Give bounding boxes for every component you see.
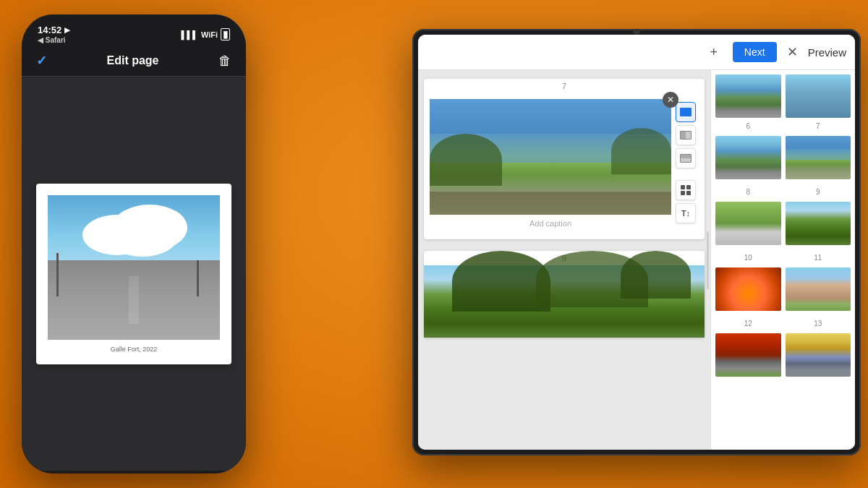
pole-left: [56, 253, 59, 296]
layout-tool-1[interactable]: [676, 102, 696, 122]
preview-item-7: [786, 136, 851, 179]
preview-item-5a: [715, 74, 781, 118]
phone-photo-road: [48, 260, 220, 340]
preview-thumb-8[interactable]: [715, 202, 781, 245]
time-label: 14:52: [38, 25, 61, 35]
preview-row-67: [715, 136, 851, 179]
preview-num-6: 6: [715, 122, 781, 130]
svg-rect-1: [686, 185, 691, 189]
phone-device: 14:52 ▶ ◀ Safari ▌▌▌ WiFi ▮ ✓ Edit page …: [22, 14, 246, 474]
phone-status-left: 14:52 ▶ ◀ Safari: [38, 25, 70, 44]
preview-row-1213: [715, 333, 851, 377]
preview-thumb-6[interactable]: [715, 136, 781, 179]
preview-num-10: 10: [715, 254, 781, 262]
garden-photo-8: [715, 202, 781, 245]
svg-rect-2: [681, 191, 685, 195]
confirm-button[interactable]: ✓: [36, 53, 47, 69]
preview-numbers-row-67: 6 7: [715, 122, 851, 130]
preview-item-5b: [786, 74, 851, 118]
phone-content: Galle Fort, 2022: [22, 77, 246, 471]
bottom-photo-12: [715, 333, 781, 377]
tablet-toolbar: + Next ✕ Preview: [418, 35, 855, 70]
preview-thumb-10[interactable]: [715, 267, 781, 311]
tablet-screen: + Next ✕ Preview 7 ✕: [418, 35, 855, 450]
preview-panel: 6 7: [710, 70, 855, 450]
next-button[interactable]: Next: [733, 42, 777, 62]
preview-item-12: [715, 333, 781, 377]
phone-status-icons: ▌▌▌ WiFi ▮: [181, 28, 230, 40]
page-number-7: 7: [424, 79, 705, 93]
phone-screen: 14:52 ▶ ◀ Safari ▌▌▌ WiFi ▮ ✓ Edit page …: [22, 14, 246, 474]
preview-thumb-9[interactable]: [786, 202, 851, 245]
preview-grid: 6 7: [715, 74, 851, 377]
preview-row-1011: [715, 267, 851, 311]
preview-item-10: [715, 267, 781, 311]
signal-icon: ▌▌▌: [181, 30, 197, 39]
phone-photo: [48, 195, 220, 340]
preview-thumb-11[interactable]: [786, 267, 851, 311]
editor-area: 7 ✕ Add: [418, 70, 710, 450]
tool-spacer: [676, 171, 699, 177]
waterfront-photo-6: [715, 136, 781, 179]
phone-page-card: Galle Fort, 2022: [36, 184, 231, 364]
tree-photo-9: [786, 202, 851, 245]
layout-tool-2[interactable]: [676, 125, 696, 145]
wifi-icon: WiFi: [201, 30, 218, 39]
safari-back-label[interactable]: ◀ Safari: [38, 36, 70, 44]
preview-item-9: [786, 202, 851, 245]
tablet-main: 7 ✕ Add: [418, 70, 855, 450]
page7-content: ✕ Add caption: [424, 93, 705, 239]
page7-photo-area: ✕ Add caption: [430, 99, 671, 234]
resort-photo-11: [786, 267, 851, 311]
caption-area[interactable]: Add caption: [430, 215, 671, 234]
lake-photo: [430, 99, 671, 215]
preview-thumb-5a[interactable]: [715, 74, 781, 118]
svg-rect-3: [686, 191, 691, 195]
page7-photo: [430, 99, 671, 215]
tablet-camera: [633, 29, 640, 35]
photo-close-button[interactable]: ✕: [663, 92, 678, 108]
layout-tool-3[interactable]: [676, 148, 696, 168]
phone-time: 14:52 ▶: [38, 25, 70, 35]
text-tool-button[interactable]: T↕: [676, 203, 696, 223]
page7-tools: T↕: [676, 99, 699, 223]
lake-photo-7: [786, 136, 851, 179]
preview-thumb-5b[interactable]: [786, 74, 851, 118]
svg-rect-0: [681, 185, 685, 189]
preview-num-9: 9: [786, 188, 851, 196]
waterfront-photo: [715, 74, 781, 118]
preview-num-7: 7: [786, 122, 851, 130]
preview-thumb-13[interactable]: [786, 333, 851, 377]
preview-item-11: [786, 267, 851, 311]
location-icon: ▶: [64, 26, 70, 34]
preview-numbers-row-1213: 12 13: [715, 320, 851, 328]
phone-nav-bar: ✓ Edit page 🗑: [22, 47, 246, 77]
battery-icon: ▮: [221, 28, 230, 40]
colorful-photo-13: [786, 333, 851, 377]
scroll-indicator: [707, 231, 709, 289]
preview-thumb-12[interactable]: [715, 333, 781, 377]
preview-num-12: 12: [715, 320, 781, 328]
photo-caption[interactable]: Galle Fort, 2022: [48, 346, 220, 353]
page-title: Edit page: [106, 54, 158, 67]
preview-numbers-row-1011: 10 11: [715, 254, 851, 262]
add-button[interactable]: +: [702, 40, 726, 64]
preview-num-13: 13: [786, 320, 851, 328]
close-button[interactable]: ✕: [784, 41, 801, 63]
layout-icon-button[interactable]: [676, 180, 696, 200]
phone-notch: [90, 14, 177, 35]
delete-button[interactable]: 🗑: [218, 53, 231, 69]
preview-row-89: [715, 202, 851, 245]
preview-label: Preview: [808, 46, 846, 59]
preview-num-8: 8: [715, 188, 781, 196]
sunset-photo-10: [715, 267, 781, 311]
tablet-device: + Next ✕ Preview 7 ✕: [412, 29, 861, 455]
preview-numbers-row-89: 8 9: [715, 188, 851, 196]
phone-photo-cloud: [99, 217, 157, 246]
page-block-9: 9: [424, 251, 705, 338]
page9-photo: [424, 265, 705, 338]
preview-thumb-7[interactable]: [786, 136, 851, 179]
preview-num-11: 11: [786, 254, 851, 262]
tree-canopy-photo: [424, 265, 705, 338]
preview-row-top: [715, 74, 851, 118]
